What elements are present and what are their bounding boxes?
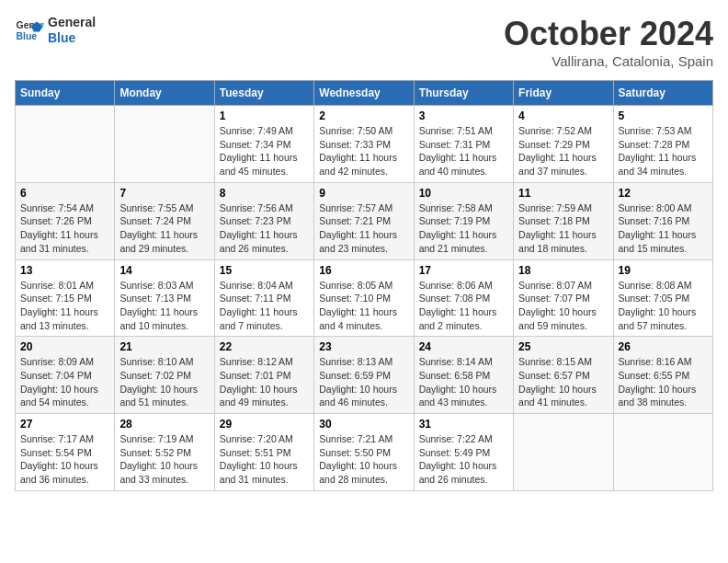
calendar-cell: 31Sunrise: 7:22 AM Sunset: 5:49 PM Dayli… bbox=[414, 414, 513, 491]
day-info: Sunrise: 7:58 AM Sunset: 7:19 PM Dayligh… bbox=[419, 201, 508, 256]
logo-blue: Blue bbox=[48, 30, 96, 46]
day-number: 20 bbox=[20, 340, 109, 353]
day-number: 28 bbox=[119, 418, 209, 431]
calendar-cell: 19Sunrise: 8:08 AM Sunset: 7:05 PM Dayli… bbox=[613, 259, 712, 337]
calendar-week-1: 1Sunrise: 7:49 AM Sunset: 7:34 PM Daylig… bbox=[16, 106, 713, 183]
day-number: 22 bbox=[220, 340, 309, 353]
day-number: 4 bbox=[518, 109, 608, 122]
day-number: 2 bbox=[319, 109, 408, 122]
day-info: Sunrise: 8:01 AM Sunset: 7:15 PM Dayligh… bbox=[20, 279, 109, 333]
day-number: 9 bbox=[319, 187, 408, 200]
calendar-cell: 23Sunrise: 8:13 AM Sunset: 6:59 PM Dayli… bbox=[314, 337, 414, 414]
calendar-cell: 6Sunrise: 7:54 AM Sunset: 7:26 PM Daylig… bbox=[16, 182, 115, 259]
col-header-wednesday: Wednesday bbox=[314, 81, 414, 106]
day-number: 30 bbox=[319, 418, 408, 431]
day-number: 8 bbox=[220, 187, 309, 200]
header-row: SundayMondayTuesdayWednesdayThursdayFrid… bbox=[16, 81, 713, 106]
day-info: Sunrise: 7:22 AM Sunset: 5:49 PM Dayligh… bbox=[419, 432, 508, 487]
calendar-cell: 2Sunrise: 7:50 AM Sunset: 7:33 PM Daylig… bbox=[314, 106, 414, 183]
col-header-tuesday: Tuesday bbox=[214, 81, 313, 106]
svg-text:Blue: Blue bbox=[17, 30, 38, 40]
calendar-cell: 5Sunrise: 7:53 AM Sunset: 7:28 PM Daylig… bbox=[613, 106, 712, 183]
day-info: Sunrise: 8:13 AM Sunset: 6:59 PM Dayligh… bbox=[319, 355, 408, 409]
calendar-cell bbox=[115, 106, 214, 183]
day-info: Sunrise: 7:53 AM Sunset: 7:28 PM Dayligh… bbox=[619, 124, 708, 178]
calendar-week-3: 13Sunrise: 8:01 AM Sunset: 7:15 PM Dayli… bbox=[16, 259, 713, 337]
calendar-cell: 7Sunrise: 7:55 AM Sunset: 7:24 PM Daylig… bbox=[115, 182, 214, 259]
day-number: 23 bbox=[319, 340, 408, 353]
day-number: 19 bbox=[619, 264, 708, 277]
col-header-thursday: Thursday bbox=[414, 81, 513, 106]
calendar-cell bbox=[16, 106, 115, 183]
day-number: 31 bbox=[419, 418, 508, 431]
calendar-cell: 1Sunrise: 7:49 AM Sunset: 7:34 PM Daylig… bbox=[214, 106, 313, 183]
calendar-cell: 11Sunrise: 7:59 AM Sunset: 7:18 PM Dayli… bbox=[514, 182, 613, 259]
col-header-monday: Monday bbox=[115, 81, 214, 106]
day-number: 25 bbox=[518, 340, 608, 353]
day-number: 11 bbox=[518, 187, 608, 200]
calendar-cell: 4Sunrise: 7:52 AM Sunset: 7:29 PM Daylig… bbox=[514, 106, 613, 183]
col-header-sunday: Sunday bbox=[16, 81, 115, 106]
day-info: Sunrise: 8:08 AM Sunset: 7:05 PM Dayligh… bbox=[619, 279, 708, 333]
calendar-cell: 30Sunrise: 7:21 AM Sunset: 5:50 PM Dayli… bbox=[314, 414, 414, 491]
day-number: 16 bbox=[319, 264, 408, 277]
calendar-cell: 17Sunrise: 8:06 AM Sunset: 7:08 PM Dayli… bbox=[414, 259, 513, 337]
calendar-cell: 15Sunrise: 8:04 AM Sunset: 7:11 PM Dayli… bbox=[214, 259, 313, 337]
day-info: Sunrise: 8:06 AM Sunset: 7:08 PM Dayligh… bbox=[419, 279, 508, 333]
day-info: Sunrise: 7:17 AM Sunset: 5:54 PM Dayligh… bbox=[20, 432, 109, 487]
day-info: Sunrise: 8:14 AM Sunset: 6:58 PM Dayligh… bbox=[419, 355, 508, 409]
calendar-cell bbox=[514, 414, 613, 491]
calendar-cell: 29Sunrise: 7:20 AM Sunset: 5:51 PM Dayli… bbox=[214, 414, 313, 491]
day-info: Sunrise: 7:51 AM Sunset: 7:31 PM Dayligh… bbox=[419, 124, 508, 178]
day-number: 7 bbox=[119, 187, 209, 200]
calendar-cell: 10Sunrise: 7:58 AM Sunset: 7:19 PM Dayli… bbox=[414, 182, 513, 259]
calendar-cell: 8Sunrise: 7:56 AM Sunset: 7:23 PM Daylig… bbox=[214, 182, 313, 259]
day-info: Sunrise: 8:09 AM Sunset: 7:04 PM Dayligh… bbox=[20, 355, 109, 409]
title-area: October 2024 Vallirana, Catalonia, Spain bbox=[504, 15, 713, 69]
header: General Blue General Blue October 2024 V… bbox=[15, 15, 713, 69]
logo-icon: General Blue bbox=[15, 16, 44, 45]
day-number: 18 bbox=[518, 264, 608, 277]
day-number: 5 bbox=[619, 109, 708, 122]
day-info: Sunrise: 8:12 AM Sunset: 7:01 PM Dayligh… bbox=[220, 355, 309, 409]
calendar-cell: 22Sunrise: 8:12 AM Sunset: 7:01 PM Dayli… bbox=[214, 337, 313, 414]
day-info: Sunrise: 8:10 AM Sunset: 7:02 PM Dayligh… bbox=[119, 355, 209, 409]
calendar-cell: 20Sunrise: 8:09 AM Sunset: 7:04 PM Dayli… bbox=[16, 337, 115, 414]
day-number: 6 bbox=[20, 187, 109, 200]
day-info: Sunrise: 7:57 AM Sunset: 7:21 PM Dayligh… bbox=[319, 201, 408, 256]
calendar-week-5: 27Sunrise: 7:17 AM Sunset: 5:54 PM Dayli… bbox=[16, 414, 713, 491]
calendar-cell: 26Sunrise: 8:16 AM Sunset: 6:55 PM Dayli… bbox=[613, 337, 712, 414]
calendar-cell: 9Sunrise: 7:57 AM Sunset: 7:21 PM Daylig… bbox=[314, 182, 414, 259]
day-number: 26 bbox=[619, 340, 708, 353]
day-info: Sunrise: 8:16 AM Sunset: 6:55 PM Dayligh… bbox=[619, 355, 708, 409]
calendar-cell bbox=[613, 414, 712, 491]
calendar-cell: 25Sunrise: 8:15 AM Sunset: 6:57 PM Dayli… bbox=[514, 337, 613, 414]
day-info: Sunrise: 7:49 AM Sunset: 7:34 PM Dayligh… bbox=[220, 124, 309, 178]
day-number: 1 bbox=[220, 109, 309, 122]
logo: General Blue General Blue bbox=[15, 15, 96, 46]
logo-general: General bbox=[48, 15, 96, 30]
day-info: Sunrise: 7:21 AM Sunset: 5:50 PM Dayligh… bbox=[319, 432, 408, 487]
day-info: Sunrise: 7:50 AM Sunset: 7:33 PM Dayligh… bbox=[319, 124, 408, 178]
day-info: Sunrise: 7:54 AM Sunset: 7:26 PM Dayligh… bbox=[20, 201, 109, 256]
day-info: Sunrise: 7:55 AM Sunset: 7:24 PM Dayligh… bbox=[119, 201, 209, 256]
day-number: 3 bbox=[419, 109, 508, 122]
day-number: 24 bbox=[419, 340, 508, 353]
main-title: October 2024 bbox=[504, 15, 713, 53]
day-info: Sunrise: 8:04 AM Sunset: 7:11 PM Dayligh… bbox=[220, 279, 309, 333]
col-header-friday: Friday bbox=[514, 81, 613, 106]
calendar-cell: 12Sunrise: 8:00 AM Sunset: 7:16 PM Dayli… bbox=[613, 182, 712, 259]
day-info: Sunrise: 8:07 AM Sunset: 7:07 PM Dayligh… bbox=[518, 279, 608, 333]
day-info: Sunrise: 8:05 AM Sunset: 7:10 PM Dayligh… bbox=[319, 279, 408, 333]
day-number: 29 bbox=[220, 418, 309, 431]
day-info: Sunrise: 7:59 AM Sunset: 7:18 PM Dayligh… bbox=[518, 201, 608, 256]
calendar-cell: 24Sunrise: 8:14 AM Sunset: 6:58 PM Dayli… bbox=[414, 337, 513, 414]
calendar-cell: 3Sunrise: 7:51 AM Sunset: 7:31 PM Daylig… bbox=[414, 106, 513, 183]
calendar-cell: 18Sunrise: 8:07 AM Sunset: 7:07 PM Dayli… bbox=[514, 259, 613, 337]
day-info: Sunrise: 8:00 AM Sunset: 7:16 PM Dayligh… bbox=[619, 201, 708, 256]
day-info: Sunrise: 7:20 AM Sunset: 5:51 PM Dayligh… bbox=[220, 432, 309, 487]
calendar-week-2: 6Sunrise: 7:54 AM Sunset: 7:26 PM Daylig… bbox=[16, 182, 713, 259]
day-number: 17 bbox=[419, 264, 508, 277]
day-number: 14 bbox=[119, 264, 209, 277]
calendar-cell: 16Sunrise: 8:05 AM Sunset: 7:10 PM Dayli… bbox=[314, 259, 414, 337]
